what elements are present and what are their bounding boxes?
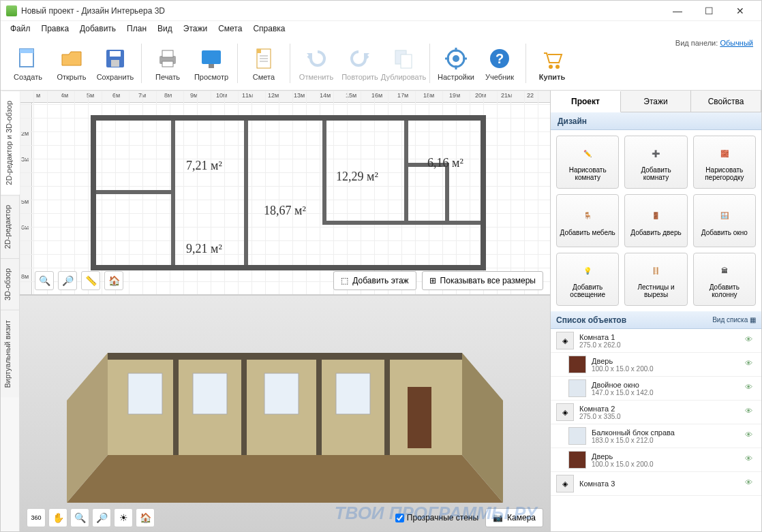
minimize-button[interactable]: —	[662, 1, 693, 21]
menu-plan[interactable]: План	[121, 22, 152, 35]
floorplan[interactable]: 7,21 м² 18,67 м² 12,29 м² 6,16 м² 9,21 м…	[91, 115, 486, 270]
menu-floors[interactable]: Этажи	[178, 22, 213, 35]
add-floor-icon: ⬚	[341, 276, 348, 285]
eye-icon[interactable]: 👁	[745, 383, 756, 394]
svg-point-25	[555, 65, 560, 69]
menu-help[interactable]: Справка	[247, 22, 290, 35]
transparent-walls-checkbox[interactable]: Прозрачные стены	[395, 513, 478, 522]
menu-file[interactable]: Файл	[5, 22, 36, 35]
open-button[interactable]: Открыть	[50, 40, 93, 87]
list-item[interactable]: ◈Комната 3👁	[551, 472, 761, 496]
camera-icon: 📷	[493, 513, 503, 522]
ruler-icon[interactable]: 📏	[81, 271, 100, 290]
maximize-button[interactable]: ☐	[693, 1, 725, 21]
menubar: Файл Правка Добавить План Вид Этажи Смет…	[1, 21, 761, 36]
view-mode-link[interactable]: Вид списка ▦	[712, 316, 756, 324]
add-furniture-button[interactable]: 🪑Добавить мебель	[556, 194, 619, 247]
svg-point-17	[453, 55, 459, 62]
home-3d-icon[interactable]: 🏠	[136, 508, 155, 527]
svg-rect-33	[128, 373, 162, 414]
list-item[interactable]: ◈Комната 2275.0 x 335.0👁	[551, 401, 761, 424]
eye-icon[interactable]: 👁	[745, 478, 756, 489]
add-room-icon: ➕	[645, 143, 666, 163]
pencil-icon: ✏️	[577, 143, 598, 163]
zoom-in-icon[interactable]: 🔎	[58, 271, 77, 290]
add-floor-button[interactable]: ⬚Добавить этаж	[333, 271, 416, 290]
vtab-virtual[interactable]: Виртуальный визит	[1, 310, 19, 398]
stairs-button[interactable]: 🪜Лестницы и вырезы	[624, 253, 687, 306]
svg-rect-32	[108, 353, 462, 360]
eye-icon[interactable]: 👁	[745, 359, 756, 370]
view-3d[interactable]: 360 ✋ 🔍 🔎 ☀ 🏠 Прозрачные стены 📷Камера	[20, 295, 550, 532]
camera-button[interactable]: 📷Камера	[485, 508, 543, 527]
draw-partition-button[interactable]: 🧱Нарисовать перегородку	[693, 136, 756, 189]
close-button[interactable]: ✕	[725, 1, 756, 21]
undo-button[interactable]: Отменить	[294, 40, 338, 87]
plan-2d-view[interactable]: м4м5м6м7м8м9м10м11м12м13м14м15м16м17м18м…	[20, 91, 550, 295]
list-item[interactable]: ◈Комната 1275.0 x 262.0👁	[551, 329, 761, 353]
add-column-button[interactable]: 🏛Добавить колонну	[693, 253, 756, 306]
panel-mode-link[interactable]: Обычный	[720, 39, 753, 47]
vtab-2d-3d[interactable]: 2D-редактор и 3D-обзор	[1, 91, 20, 195]
vtab-3d[interactable]: 3D-обзор	[1, 258, 19, 310]
panel-mode: Вид панели: Обычный	[675, 39, 753, 47]
pan-icon[interactable]: ✋	[48, 508, 67, 527]
zoom-in-3d-icon[interactable]: 🔎	[92, 508, 111, 527]
redo-button[interactable]: Повторить	[338, 40, 382, 87]
light-icon: 💡	[577, 260, 598, 281]
rotate-360-icon[interactable]: 360	[27, 508, 46, 527]
list-item[interactable]: Балконный блок справа183.0 x 15.0 x 212.…	[551, 424, 761, 448]
menu-edit[interactable]: Правка	[36, 22, 75, 35]
create-button[interactable]: Создать	[6, 40, 50, 87]
door-icon: 🚪	[645, 206, 666, 226]
list-item[interactable]: Дверь100.0 x 15.0 x 200.0👁	[551, 353, 761, 377]
settings-button[interactable]: Настройки	[434, 40, 478, 87]
plan-actions: ⬚Добавить этаж ⊞Показывать все размеры	[333, 271, 543, 290]
add-light-button[interactable]: 💡Добавить освещение	[556, 253, 619, 306]
menu-view[interactable]: Вид	[152, 22, 178, 35]
menu-estimate[interactable]: Смета	[213, 22, 247, 35]
list-item[interactable]: Двойное окно147.0 x 15.0 x 142.0👁	[551, 377, 761, 401]
room-icon: ◈	[556, 403, 574, 421]
eye-icon[interactable]: 👁	[745, 454, 756, 465]
svg-rect-6	[162, 50, 173, 57]
draw-room-button[interactable]: ✏️Нарисовать комнату	[556, 136, 619, 189]
add-room-button[interactable]: ➕Добавить комнату	[624, 136, 687, 189]
window-title: Новый проект - Дизайн Интерьера 3D	[21, 6, 662, 16]
right-tabs: Проект Этажи Свойства	[551, 91, 761, 112]
tab-floors[interactable]: Этажи	[621, 91, 691, 112]
room-area-4: 6,16 м²	[427, 156, 463, 170]
duplicate-button[interactable]: Дублировать	[382, 40, 425, 87]
tab-properties[interactable]: Свойства	[691, 91, 761, 112]
show-sizes-button[interactable]: ⊞Показывать все размеры	[422, 271, 543, 290]
estimate-button[interactable]: Смета	[242, 40, 286, 87]
room-area-2: 18,67 м²	[264, 204, 306, 218]
eye-icon[interactable]: 👁	[745, 407, 756, 418]
list-item[interactable]: Дверь100.0 x 15.0 x 200.0👁	[551, 448, 761, 472]
add-window-button[interactable]: 🪟Добавить окно	[693, 194, 756, 247]
canvas-area: м4м5м6м7м8м9м10м11м12м13м14м15м16м17м18м…	[20, 91, 550, 532]
home-icon[interactable]: 🏠	[104, 271, 123, 290]
view3d-toolbar: 360 ✋ 🔍 🔎 ☀ 🏠	[27, 508, 155, 527]
vtab-2d[interactable]: 2D-редактор	[1, 195, 19, 258]
brightness-icon[interactable]: ☀	[114, 508, 133, 527]
zoom-out-icon[interactable]: 🔍	[35, 271, 54, 290]
menu-add[interactable]: Добавить	[74, 22, 121, 35]
tutorial-button[interactable]: ?Учебник	[478, 40, 521, 87]
window-icon	[568, 427, 586, 445]
zoom-out-3d-icon[interactable]: 🔍	[70, 508, 89, 527]
preview-button[interactable]: Просмотр	[189, 40, 233, 87]
buy-button[interactable]: Купить	[530, 40, 574, 87]
tab-project[interactable]: Проект	[551, 91, 621, 112]
add-door-button[interactable]: 🚪Добавить дверь	[624, 194, 687, 247]
door-icon	[568, 451, 586, 469]
save-button[interactable]: Сохранить	[93, 40, 137, 87]
svg-rect-1	[20, 49, 33, 53]
vertical-tabs: 2D-редактор и 3D-обзор 2D-редактор 3D-об…	[1, 91, 20, 532]
svg-rect-9	[209, 64, 214, 68]
object-list[interactable]: ◈Комната 1275.0 x 262.0👁 Дверь100.0 x 15…	[551, 329, 761, 532]
eye-icon[interactable]: 👁	[745, 431, 756, 441]
svg-rect-4	[111, 60, 119, 67]
eye-icon[interactable]: 👁	[745, 335, 756, 346]
print-button[interactable]: Печать	[146, 40, 189, 87]
